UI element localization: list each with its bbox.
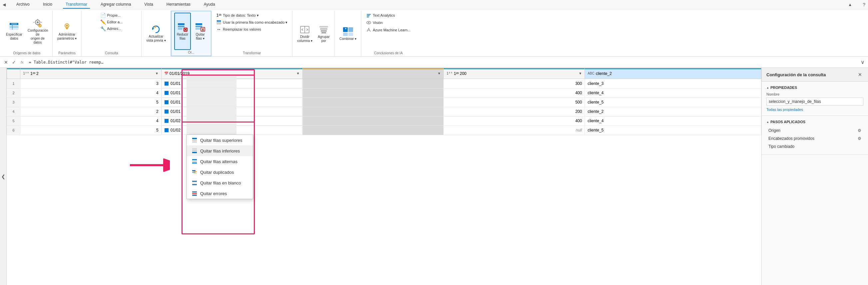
group-consulta-label: Consulta xyxy=(84,51,138,55)
grid-body: 1 3 01/01 300 cliente_3 2 4 01/01 xyxy=(7,79,762,135)
step-origen[interactable]: Origen ⚙ xyxy=(767,127,863,134)
btn-especificar-datos[interactable]: Especificardatos xyxy=(4,12,24,51)
btn-combinar[interactable]: Combinar ▾ xyxy=(337,12,359,55)
row-num-4: 4 xyxy=(7,107,20,116)
col1-label: 1²³ 2 xyxy=(30,71,39,76)
dropdown-item-errores[interactable]: Quitar errores xyxy=(187,188,253,199)
btn-editor-avanzado[interactable]: ✏️ Editor a... xyxy=(98,19,125,25)
dropdown-item-superiores-label: Quitar filas superiores xyxy=(200,138,242,143)
cell-1-2: 01/01 xyxy=(161,79,303,88)
svg-rect-55 xyxy=(192,162,197,163)
dropdown-item-superiores[interactable]: Quitar filas superiores xyxy=(187,135,253,146)
step-origen-gear-icon[interactable]: ⚙ xyxy=(858,128,861,133)
btn-quitar-filas[interactable]: Quitarfilas ▾ xyxy=(192,13,208,50)
svg-rect-56 xyxy=(192,170,195,171)
group-consulta: 📄 Propie... ✏️ Editor a... 🔧 Admini... C… xyxy=(82,11,142,56)
group-ai-label: Conclusiones de IA xyxy=(364,51,413,55)
btn-dividir-columna[interactable]: Dividircolumna ▾ xyxy=(295,12,314,55)
btn-vision[interactable]: Visión xyxy=(364,19,385,26)
tab-herramientas[interactable]: Herramientas xyxy=(164,1,193,9)
col3-filter-icon[interactable]: ▼ xyxy=(437,71,441,75)
dropdown-item-blanco[interactable]: Quitar filas en blanco xyxy=(187,178,253,188)
editor-avanzado-icon: ✏️ xyxy=(100,19,105,25)
config-origen-label: Configuración deorigen de datos xyxy=(28,29,48,44)
cell-5-1: 4 xyxy=(20,116,161,126)
col1-filter-icon[interactable]: ▼ xyxy=(155,71,159,75)
svg-rect-17 xyxy=(195,23,202,25)
dropdown-item-inferiores[interactable]: Quitar filas inferiores xyxy=(187,146,253,156)
grid-scroll[interactable]: 1²³ 1²³ 2 ▼ 📅 01/01/2019 ▼ xyxy=(7,68,762,285)
row-num-3: 3 xyxy=(7,98,20,107)
svg-rect-12 xyxy=(178,26,185,27)
formula-expand-btn[interactable]: ∨ xyxy=(860,58,865,66)
group-combinar: Combinar ▾ xyxy=(335,11,362,56)
dropdown-menu: Quitar filas superiores Quitar filas inf… xyxy=(187,134,253,199)
rows-alternate-icon xyxy=(191,158,197,164)
properties-section-title: PROPIEDADES xyxy=(767,86,863,90)
col4-filter-icon[interactable]: ▼ xyxy=(579,71,582,75)
group-dividir: Dividircolumna ▾ Agruparpor xyxy=(292,11,335,56)
group-dividir-content: Dividircolumna ▾ Agruparpor xyxy=(295,12,332,55)
step-origen-name: Origen xyxy=(768,128,856,133)
btn-reemplazar-valores[interactable]: ↔ Reemplazar los valores xyxy=(214,26,263,33)
col-header-4[interactable]: 1²³ 1²³ 200 ▼ xyxy=(444,68,585,79)
col-header-1[interactable]: 1²³ 1²³ 2 ▼ xyxy=(20,68,161,79)
btn-actualizar[interactable]: Actualizarvista previa ▾ xyxy=(144,12,167,54)
btn-azure-ml[interactable]: Azure Machine Learn... xyxy=(364,27,413,33)
btn-administrar[interactable]: 🔧 Admini... xyxy=(98,25,123,32)
cell-5-4: 400 xyxy=(444,116,585,126)
tab-vista[interactable]: Vista xyxy=(142,1,156,9)
col2-filter-icon[interactable]: ▼ xyxy=(297,71,300,75)
ribbon-collapse[interactable]: ▲ xyxy=(848,2,852,7)
tab-archivo[interactable]: Archivo xyxy=(14,1,32,9)
btn-agrupar-por[interactable]: Agruparpor xyxy=(316,12,332,55)
table-row: 5 4 01/02 400 cliente_4 xyxy=(7,116,762,126)
group-actualizar-content: Actualizarvista previa ▾ xyxy=(144,12,167,54)
formula-cancel-btn[interactable]: ✕ xyxy=(3,59,9,66)
tab-agregar-columna[interactable]: Agregar columna xyxy=(98,1,133,9)
formula-confirm-btn[interactable]: ✓ xyxy=(11,59,17,66)
col2-type-icon: 📅 xyxy=(164,71,168,75)
dropdown-item-duplicados[interactable]: Quitar duplicados xyxy=(187,167,253,178)
step-encabezados-name: Encabezados promovidos xyxy=(768,136,856,141)
btn-propiedades[interactable]: 📄 Propie... xyxy=(98,12,123,19)
btn-config-origen[interactable]: Configuración deorigen de datos xyxy=(26,12,50,51)
group-transformar: 1²³ Tipo de datos: Texto ▾ Usar la prim xyxy=(212,11,292,56)
step-encabezados[interactable]: Encabezados promovidos ⚙ xyxy=(767,134,863,142)
administrar-label: Admini... xyxy=(107,27,121,31)
tab-inicio[interactable]: Inicio xyxy=(40,1,55,9)
svg-rect-65 xyxy=(192,195,197,196)
tab-ayuda[interactable]: Ayuda xyxy=(201,1,218,9)
btn-administrar-parametros[interactable]: Administrarparámetros ▾ xyxy=(55,12,79,51)
help-icon[interactable]: ? xyxy=(863,2,865,7)
row-num-2: 2 xyxy=(7,88,20,98)
col-header-3[interactable]: ▼ xyxy=(303,68,444,79)
dividir-columna-icon xyxy=(300,24,310,35)
name-input[interactable] xyxy=(767,98,863,105)
step-tipo-cambiado[interactable]: Tipo cambiado xyxy=(767,142,863,151)
tab-transformar[interactable]: Transformar xyxy=(63,1,90,9)
btn-reducir-filas[interactable]: Reducirfilas xyxy=(174,13,191,50)
actualizar-label: Actualizarvista previa ▾ xyxy=(146,35,165,43)
group-actualizar: Actualizarvista previa ▾ xyxy=(142,11,170,56)
group-ai: Text Analytics Visión xyxy=(362,11,415,56)
cell-1-3 xyxy=(303,79,444,89)
btn-tipo-datos[interactable]: 1²³ Tipo de datos: Texto ▾ xyxy=(214,12,261,19)
all-properties-link[interactable]: Todas las propiedades xyxy=(767,107,863,112)
cell-6-4: null xyxy=(444,126,585,135)
btn-usar-primera-fila[interactable]: Usar la primera fila como encabezado ▾ xyxy=(214,19,289,26)
dropdown-item-alternas-label: Quitar filas alternas xyxy=(200,159,238,164)
col-header-2[interactable]: 📅 01/01/2019 ▼ xyxy=(161,68,303,79)
step-encabezados-gear-icon[interactable]: ⚙ xyxy=(858,136,861,141)
group-ai-content: Text Analytics Visión xyxy=(364,12,413,51)
col-header-5[interactable]: ABC cliente_2 xyxy=(585,68,762,79)
nav-back[interactable]: ◀ xyxy=(3,2,6,7)
dropdown-item-alternas[interactable]: Quitar filas alternas xyxy=(187,156,253,167)
name-label: Nombre xyxy=(767,92,863,96)
nav-toggle[interactable]: ❮ xyxy=(0,68,7,285)
cell-4-3 xyxy=(303,107,444,116)
svg-rect-54 xyxy=(192,161,197,162)
right-panel-close-btn[interactable]: ✕ xyxy=(857,71,863,78)
btn-text-analytics[interactable]: Text Analytics xyxy=(364,12,397,19)
formula-input[interactable] xyxy=(28,59,858,65)
